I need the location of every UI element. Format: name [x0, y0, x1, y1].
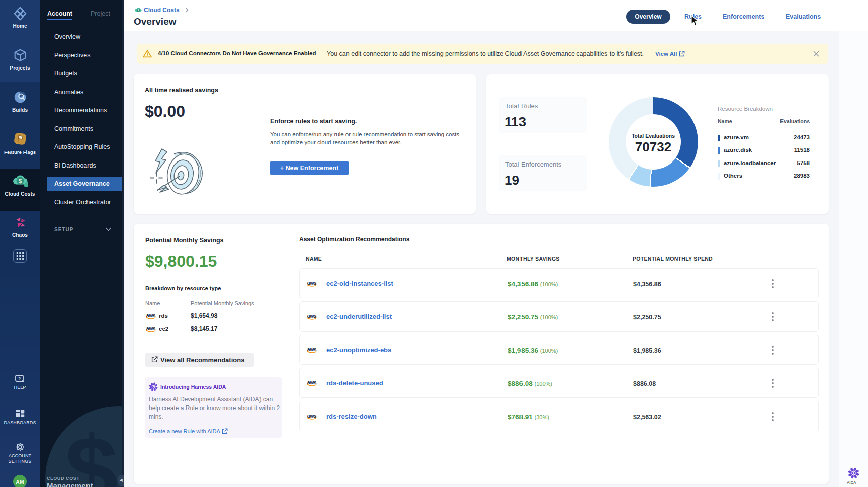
svg-text:$: $	[18, 178, 22, 185]
svg-text:?: ?	[18, 376, 21, 381]
